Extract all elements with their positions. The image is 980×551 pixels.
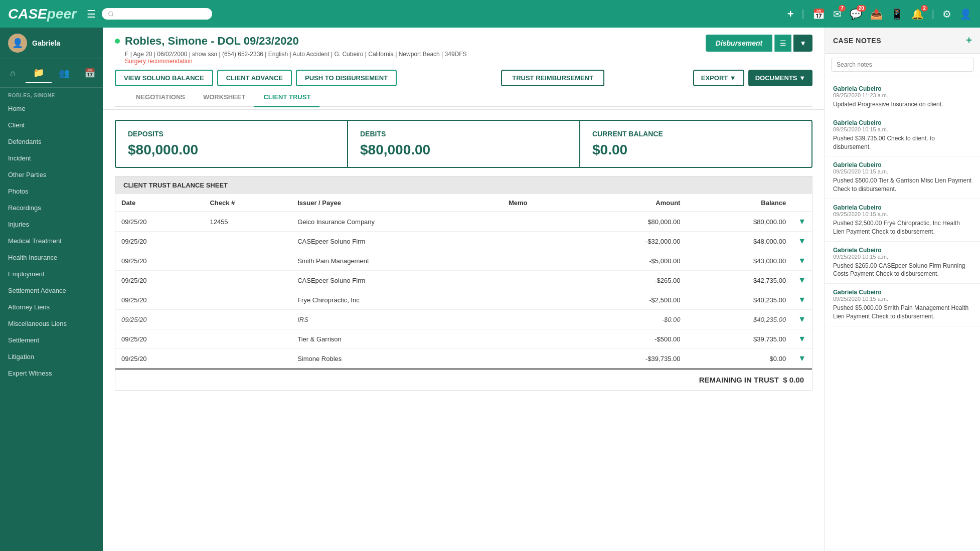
row-check: 12455 <box>204 212 291 232</box>
disbursement-buttons: Disbursement ☰ ▼ <box>706 35 812 52</box>
row-dropdown[interactable]: ▼ <box>792 329 812 349</box>
sidebar-item-photos[interactable]: Photos <box>0 183 103 200</box>
note-text: Pushed $39,735.00 Check to client. to di… <box>833 134 972 151</box>
sidebar-contacts-icon[interactable]: 👥 <box>52 64 77 83</box>
export-button[interactable]: EXPORT ▼ <box>693 70 744 86</box>
case-title-row: Robles, Simone - DOL 09/23/2020 <box>115 35 467 48</box>
row-check <box>204 329 291 349</box>
tab-client-trust[interactable]: CLIENT TRUST <box>254 88 319 107</box>
row-balance: $0.00 <box>686 349 792 369</box>
bell-icon[interactable]: 🔔 2 <box>911 8 924 20</box>
row-payee: CASEpeer Soluno Firm <box>291 232 503 251</box>
sidebar-item-other-parties[interactable]: Other Parties <box>0 166 103 183</box>
sidebar-folder-icon[interactable]: 📁 <box>26 63 51 83</box>
row-dropdown[interactable]: ▼ <box>792 310 812 329</box>
sidebar-item-expert-witness[interactable]: Expert Witness <box>0 365 103 382</box>
action-buttons-left: VIEW SOLUNO BALANCE CLIENT ADVANCE PUSH … <box>115 70 604 86</box>
table-row: 09/25/20 CASEpeer Soluno Firm -$32,000.0… <box>115 232 812 251</box>
add-icon[interactable]: + <box>787 8 794 21</box>
note-item: Gabriela Cubeiro 09/25/2020 10:15 a.m. P… <box>825 156 980 199</box>
table-row: 09/25/20 Smith Pain Management -$5,000.0… <box>115 251 812 271</box>
profile-icon[interactable]: 👤 <box>959 8 972 20</box>
case-title: Robles, Simone - DOL 09/23/2020 <box>125 35 299 48</box>
documents-button[interactable]: DOCUMENTS ▼ <box>748 70 812 86</box>
sidebar-item-medical[interactable]: Medical Treatment <box>0 233 103 249</box>
row-amount: -$0.00 <box>576 310 687 329</box>
debits-card: DEBITS $80,000.00 <box>348 120 580 168</box>
trust-reimbursement-button[interactable]: TRUST REIMBURSEMENT <box>501 70 604 86</box>
add-note-button[interactable]: + <box>966 35 972 46</box>
inbox-icon[interactable]: 📤 <box>870 8 883 20</box>
sidebar-calendar-icon[interactable]: 📅 <box>77 64 103 83</box>
table-row: 09/25/20 12455 Geico Insurance Company $… <box>115 212 812 232</box>
row-balance: $80,000.00 <box>686 212 792 232</box>
sidebar-item-settlement[interactable]: Settlement <box>0 332 103 348</box>
row-balance: $42,735.00 <box>686 271 792 290</box>
sidebar-item-injuries[interactable]: Injuries <box>0 216 103 233</box>
calendar-icon[interactable]: 📅 <box>812 8 825 20</box>
tab-negotiations[interactable]: NEGOTIATIONS <box>127 88 194 107</box>
note-date: 09/25/2020 10:15 a.m. <box>833 168 972 174</box>
col-memo: Memo <box>503 194 576 212</box>
row-check <box>204 310 291 329</box>
sidebar-item-employment[interactable]: Employment <box>0 266 103 282</box>
row-date: 09/25/20 <box>115 212 204 232</box>
row-date: 09/25/20 <box>115 349 204 369</box>
note-item: Gabriela Cubeiro 09/25/2020 10:15 a.m. P… <box>825 284 980 326</box>
sidebar-item-misc-liens[interactable]: Miscellaneous Liens <box>0 315 103 332</box>
row-dropdown[interactable]: ▼ <box>792 212 812 232</box>
note-text: Pushed $5,000.00 Smith Pain Management H… <box>833 304 972 321</box>
sidebar-item-home[interactable]: Home <box>0 100 103 117</box>
row-dropdown[interactable]: ▼ <box>792 232 812 251</box>
case-tag[interactable]: Surgery recommendation <box>125 58 467 65</box>
client-advance-button[interactable]: CLIENT ADVANCE <box>217 70 292 86</box>
note-author: Gabriela Cubeiro <box>833 289 972 296</box>
col-action <box>792 194 812 212</box>
view-soluno-button[interactable]: VIEW SOLUNO BALANCE <box>115 70 213 86</box>
row-dropdown[interactable]: ▼ <box>792 271 812 290</box>
row-balance: $40,235.00 <box>686 310 792 329</box>
disbursement-menu-icon[interactable]: ☰ <box>774 35 791 52</box>
note-author: Gabriela Cubeiro <box>833 161 972 168</box>
global-search <box>102 8 212 20</box>
settings-icon[interactable]: ⚙ <box>942 8 951 20</box>
row-date: 09/25/20 <box>115 271 204 290</box>
deposits-label: DEPOSITS <box>128 130 335 138</box>
notifications-badge: 2 <box>921 5 928 12</box>
row-balance: $40,235.00 <box>686 290 792 310</box>
mobile-icon[interactable]: 📱 <box>891 8 903 20</box>
note-date: 09/25/2020 10:15 a.m. <box>833 211 972 217</box>
row-date: 09/25/20 <box>115 251 204 271</box>
sidebar-item-incident[interactable]: Incident <box>0 150 103 166</box>
row-dropdown[interactable]: ▼ <box>792 349 812 369</box>
row-dropdown[interactable]: ▼ <box>792 290 812 310</box>
row-dropdown[interactable]: ▼ <box>792 251 812 271</box>
balance-sheet: CLIENT TRUST BALANCE SHEET Date Check # … <box>115 176 812 391</box>
table-row: 09/25/20 IRS -$0.00 $40,235.00 ▼ <box>115 310 812 329</box>
email-badge: 7 <box>839 5 846 12</box>
sidebar: 👤 Gabriela ⌂ 📁 👥 📅 ROBLES, SIMONE Home C… <box>0 28 103 551</box>
main-content: Robles, Simone - DOL 09/23/2020 F | Age … <box>103 28 825 551</box>
notes-search-input[interactable] <box>831 58 974 72</box>
sidebar-item-defendants[interactable]: Defendants <box>0 133 103 150</box>
messages-icon[interactable]: 💬 20 <box>850 8 862 20</box>
sidebar-item-client[interactable]: Client <box>0 117 103 133</box>
disbursement-arrow-icon[interactable]: ▼ <box>793 35 812 52</box>
email-icon[interactable]: ✉ 7 <box>833 8 842 20</box>
sidebar-item-litigation[interactable]: Litigation <box>0 348 103 365</box>
push-disbursement-button[interactable]: PUSH TO DISBURSEMENT <box>296 70 397 86</box>
sidebar-item-recordings[interactable]: Recordings <box>0 200 103 216</box>
row-payee: Tier & Garrison <box>291 329 503 349</box>
sidebar-item-attorney-liens[interactable]: Attorney Liens <box>0 299 103 315</box>
sidebar-home-icon[interactable]: ⌂ <box>0 64 26 83</box>
table-row: 09/25/20 CASEpeer Soluno Firm -$265.00 $… <box>115 271 812 290</box>
sidebar-item-settlement-advance[interactable]: Settlement Advance <box>0 282 103 299</box>
tab-worksheet[interactable]: WORKSHEET <box>194 88 255 107</box>
col-check: Check # <box>204 194 291 212</box>
search-input[interactable] <box>118 10 206 18</box>
disbursement-button[interactable]: Disbursement <box>706 35 772 52</box>
row-payee: Frye Chiropractic, Inc <box>291 290 503 310</box>
svg-point-0 <box>109 12 113 16</box>
menu-toggle[interactable]: ☰ <box>87 8 96 20</box>
sidebar-item-health-insurance[interactable]: Health Insurance <box>0 249 103 266</box>
